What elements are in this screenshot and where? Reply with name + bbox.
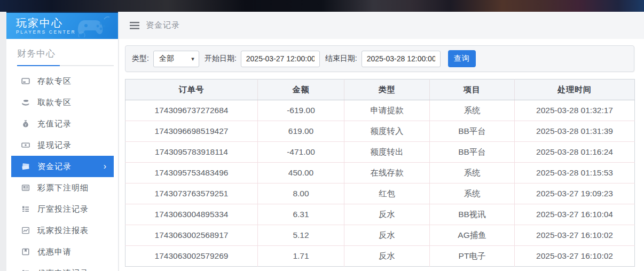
hall-bet-record-icon [21, 205, 30, 213]
table-cell: 系统 [430, 100, 515, 121]
table-cell: 2025-03-28 01:15:53 [515, 163, 635, 184]
table-row: 1743095753483496450.00在线存款系统2025-03-28 0… [125, 163, 635, 184]
table-cell: PT电子 [430, 246, 515, 267]
table-cell: 1743096698519427 [125, 121, 258, 142]
gamepad-icon [74, 15, 114, 39]
breadcrumb-label: 资金记录 [146, 20, 180, 30]
table-row: 17430630025792691.71反水PT电子2025-03-27 16:… [125, 246, 635, 267]
table-cell: 额度转出 [344, 142, 430, 163]
sidebar-item-3[interactable]: 充值记录 [6, 113, 118, 134]
end-date-label: 结束日期: [325, 54, 357, 63]
table-cell: 2025-03-27 16:10:04 [515, 204, 635, 225]
table-cell: 1743063004895334 [125, 204, 258, 225]
withdraw-icon [21, 98, 30, 107]
sidebar-item-6[interactable]: 彩票下注明细 [6, 177, 118, 198]
table-cell: BB平台 [430, 142, 515, 163]
table-cell: 2025-03-28 01:16:24 [515, 142, 635, 163]
table-cell: 8.00 [258, 184, 344, 204]
table-cell: -619.00 [258, 100, 344, 121]
table-cell: 1743073763579251 [125, 184, 258, 204]
table-cell: 申请提款 [344, 100, 430, 121]
table-cell: 反水 [344, 204, 430, 225]
table-row: 17430737635792518.00红包系统2025-03-27 19:09… [125, 184, 635, 204]
column-header: 订单号 [125, 79, 258, 100]
table-cell: 2025-03-28 01:31:39 [515, 121, 635, 142]
sidebar-item-2[interactable]: 取款专区 [6, 92, 118, 113]
table-cell: 2025-03-27 16:10:02 [515, 246, 635, 267]
query-button[interactable]: 查询 [448, 50, 476, 67]
table-cell: 2025-03-27 19:09:23 [515, 184, 635, 204]
funds-table: 订单号金额类型项目处理时间 1743096737272684-619.00申请提… [125, 79, 634, 267]
type-label: 类型: [132, 54, 149, 63]
table-cell: 1.71 [258, 246, 344, 267]
column-header: 类型 [344, 79, 430, 100]
table-cell: 红包 [344, 184, 430, 204]
end-date-input[interactable] [362, 51, 441, 67]
column-header: 项目 [430, 79, 515, 100]
withdrawal-record-icon [21, 141, 30, 149]
site-top-banner [0, 0, 644, 12]
table-cell: 系统 [430, 184, 515, 204]
table-row: 17430630048953346.31反水BB视讯2025-03-27 16:… [125, 204, 635, 225]
chevron-down-icon: ▾ [191, 55, 194, 62]
table-cell: 1743063002579269 [125, 246, 258, 267]
table-cell: 系统 [430, 163, 515, 184]
sidebar-item-4[interactable]: 提现记录 [6, 134, 118, 156]
lottery-detail-icon [21, 184, 30, 192]
table-row: 1743096698519427619.00额度转入BB平台2025-03-28… [125, 121, 635, 142]
breadcrumb: 资金记录 [119, 12, 644, 39]
type-select[interactable]: 全部 ▾ [153, 51, 199, 67]
table-cell: 1743063002568917 [125, 225, 258, 246]
chevron-right-icon: › [104, 162, 106, 171]
table-header-row: 订单号金额类型项目处理时间 [125, 79, 635, 100]
table-cell: BB视讯 [430, 204, 515, 225]
section-divider [17, 65, 114, 66]
sidebar-item-10[interactable]: 优惠申请记录 [6, 262, 118, 271]
filter-bar: 类型: 全部 ▾ 开始日期: 结束日期: 查询 [125, 45, 634, 72]
funds-record-icon [21, 162, 30, 171]
table-cell: 1743096737272684 [125, 100, 258, 121]
table-cell: 2025-03-28 01:32:17 [515, 100, 635, 121]
table-cell: BB平台 [430, 121, 515, 142]
sidebar: 玩家中心 PLAYERS CENTER 财务中心 存款专区 取款专区 [6, 12, 119, 271]
sidebar-item-7[interactable]: 厅室投注记录 [6, 198, 118, 220]
type-select-value: 全部 [159, 54, 174, 63]
table-cell: 2025-03-27 16:10:02 [515, 225, 635, 246]
table-cell: AG捕鱼 [430, 225, 515, 246]
table-cell: 1743095783918114 [125, 142, 258, 163]
column-header: 处理时间 [515, 79, 635, 100]
table-row: 17430630025689175.12反水AG捕鱼2025-03-27 16:… [125, 225, 635, 246]
main-content: 资金记录 类型: 全部 ▾ 开始日期: 结束日期: 查询 订单号金额类型项目处理… [119, 12, 644, 271]
table-cell: 1743095753483496 [125, 163, 258, 184]
sidebar-item-9[interactable]: 优惠申请 [6, 241, 118, 262]
table-row: 1743095783918114-471.00额度转出BB平台2025-03-2… [125, 142, 635, 163]
table-cell: 6.31 [258, 204, 344, 225]
promo-record-icon [21, 269, 30, 271]
table-cell: 额度转入 [344, 121, 430, 142]
hamburger-menu-icon[interactable] [130, 22, 139, 29]
recharge-record-icon [21, 119, 30, 128]
sidebar-item-5[interactable]: 资金记录 › [11, 156, 114, 177]
table-cell: 5.12 [258, 225, 344, 246]
table-cell: 450.00 [258, 163, 344, 184]
sidebar-item-1[interactable]: 存款专区 [6, 70, 118, 92]
sidebar-menu: 存款专区 取款专区 充值记录 提现记录 资金记录 › 彩票下注明细 厅室投注记录… [6, 70, 118, 271]
table-cell: 在线存款 [344, 163, 430, 184]
column-header: 金额 [258, 79, 344, 100]
bet-report-icon [21, 226, 30, 235]
promo-apply-icon [21, 248, 30, 256]
table-cell: 619.00 [258, 121, 344, 142]
sidebar-header: 玩家中心 PLAYERS CENTER [6, 12, 118, 39]
deposit-icon [21, 77, 30, 85]
start-date-label: 开始日期: [205, 54, 237, 63]
sidebar-item-8[interactable]: 玩家投注报表 [6, 220, 118, 241]
table-row: 1743096737272684-619.00申请提款系统2025-03-28 … [125, 100, 635, 121]
table-cell: 反水 [344, 225, 430, 246]
table-cell: -471.00 [258, 142, 344, 163]
table-cell: 反水 [344, 246, 430, 267]
start-date-input[interactable] [241, 51, 320, 67]
sidebar-section-title: 财务中心 [17, 47, 118, 60]
